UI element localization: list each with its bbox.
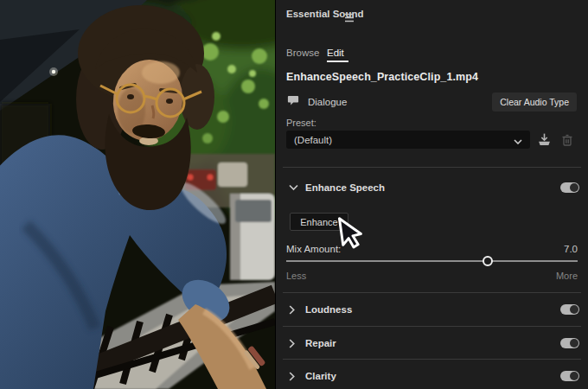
enhance-speech-toggle[interactable] bbox=[560, 182, 579, 193]
save-preset-icon[interactable] bbox=[534, 131, 553, 149]
toggle-knob bbox=[570, 183, 578, 192]
section-enhance-speech: Enhance Speech bbox=[276, 177, 588, 198]
mix-amount-value: 7.0 bbox=[564, 244, 578, 254]
tab-browse[interactable]: Browse bbox=[286, 48, 319, 58]
video-preview-frame bbox=[0, 0, 275, 389]
section-label: Clarity bbox=[305, 371, 336, 381]
slider-min-label: Less bbox=[286, 271, 306, 281]
mix-amount-label: Mix Amount: bbox=[286, 244, 341, 254]
divider bbox=[283, 359, 581, 360]
section-label: Repair bbox=[305, 338, 336, 348]
divider bbox=[283, 167, 581, 168]
speech-bubble-icon bbox=[287, 94, 299, 110]
section-repair: Repair bbox=[276, 333, 588, 354]
slider-track bbox=[286, 260, 578, 262]
trash-icon bbox=[559, 131, 576, 149]
section-label: Loudness bbox=[305, 304, 352, 315]
preset-dropdown[interactable]: (Default) bbox=[286, 131, 530, 149]
divider bbox=[283, 292, 581, 293]
enhance-button[interactable]: Enhance bbox=[290, 213, 348, 231]
app-window: Essential Sound Browse Edit EnhanceSpeec… bbox=[0, 0, 588, 389]
tab-edit[interactable]: Edit bbox=[327, 48, 344, 58]
chevron-down-icon bbox=[514, 132, 522, 148]
chevron-right-icon[interactable] bbox=[289, 372, 305, 381]
slider-max-label: More bbox=[556, 271, 578, 281]
chevron-right-icon[interactable] bbox=[289, 305, 305, 315]
toggle-knob bbox=[570, 339, 578, 348]
chevron-down-icon[interactable] bbox=[289, 184, 305, 191]
preset-label: Preset: bbox=[286, 118, 316, 128]
toggle-knob bbox=[570, 305, 578, 314]
essential-sound-panel: Essential Sound Browse Edit EnhanceSpeec… bbox=[275, 0, 588, 389]
section-clarity: Clarity bbox=[276, 366, 588, 386]
chevron-right-icon[interactable] bbox=[289, 339, 305, 348]
loudness-toggle[interactable] bbox=[560, 304, 579, 315]
clip-name: EnhanceSpeech_PracticeClip_1.mp4 bbox=[286, 71, 478, 83]
repair-toggle[interactable] bbox=[560, 338, 579, 348]
active-tab-underline bbox=[327, 61, 348, 62]
clear-audio-type-button[interactable]: Clear Audio Type bbox=[492, 92, 577, 112]
preset-value: (Default) bbox=[294, 135, 514, 145]
section-loudness: Loudness bbox=[276, 299, 588, 320]
audio-type-row: Dialogue Clear Audio Type bbox=[276, 92, 588, 112]
hamburger-menu-icon[interactable] bbox=[344, 10, 355, 26]
section-label: Enhance Speech bbox=[305, 182, 385, 193]
mix-amount-slider[interactable] bbox=[286, 255, 578, 267]
mix-slider-handle[interactable] bbox=[483, 256, 493, 266]
clarity-toggle[interactable] bbox=[560, 371, 579, 381]
divider bbox=[283, 326, 581, 327]
video-preview-art bbox=[0, 0, 275, 389]
audio-type-label: Dialogue bbox=[308, 97, 347, 107]
toggle-knob bbox=[570, 372, 578, 380]
